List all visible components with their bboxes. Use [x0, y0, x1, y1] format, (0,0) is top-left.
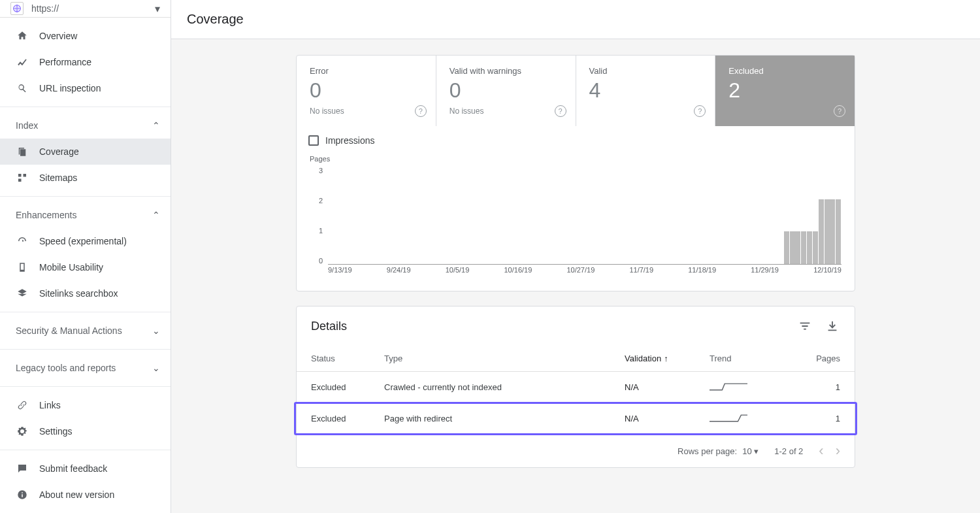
next-page-button[interactable]: ›	[836, 444, 840, 458]
speedometer-icon	[16, 235, 29, 248]
table-footer: Rows per page: 10 ▾ 1-2 of 2 ‹ ›	[297, 435, 855, 467]
sidebar-item-coverage[interactable]: Coverage	[0, 139, 171, 165]
sitemap-icon	[16, 171, 29, 184]
label: URL inspection	[39, 83, 101, 93]
chevron-up-icon: ⌃	[152, 120, 160, 131]
rows-per-page-select[interactable]: 10 ▾	[742, 446, 759, 456]
table-row[interactable]: Excluded Page with redirect N/A 1	[297, 403, 855, 435]
status-tabs: Error 0 No issues ? Valid with warnings …	[297, 56, 855, 126]
layers-icon	[16, 287, 29, 300]
property-selector[interactable]: https:// ▾	[0, 0, 171, 18]
label: Overview	[39, 31, 77, 41]
section-enhancements[interactable]: Enhancements ⌃	[0, 202, 171, 228]
trend-sparkline	[710, 381, 801, 393]
sidebar-item-feedback[interactable]: Submit feedback	[0, 455, 171, 482]
chevron-down-icon: ⌄	[152, 363, 160, 373]
details-title: Details	[311, 320, 785, 333]
page-title: Coverage	[187, 12, 244, 27]
copy-icon	[16, 145, 29, 158]
label: Sitemaps	[39, 173, 77, 183]
impressions-toggle[interactable]: Impressions	[297, 126, 855, 155]
sort-validation[interactable]: Validation↑	[625, 354, 710, 363]
prev-page-button[interactable]: ‹	[819, 444, 823, 458]
chevron-down-icon: ⌄	[152, 325, 160, 336]
sidebar-item-sitemaps[interactable]: Sitemaps	[0, 165, 171, 191]
sidebar-item-performance[interactable]: Performance	[0, 49, 171, 75]
status-tab-valid[interactable]: Valid 4 ?	[576, 56, 716, 126]
section-legacy[interactable]: Legacy tools and reports ⌄	[0, 355, 171, 381]
sidebar-item-overview[interactable]: Overview	[0, 23, 171, 49]
label: Sitelinks searchbox	[39, 288, 118, 299]
globe-icon	[10, 2, 24, 15]
table-header: Status Type Validation↑ Trend Pages	[297, 346, 855, 372]
sidebar: https:// ▾ Overview Performance URL insp…	[0, 0, 171, 513]
trend-icon	[16, 56, 29, 69]
info-icon	[16, 488, 29, 501]
label: Performance	[39, 57, 91, 67]
page-range: 1-2 of 2	[774, 446, 803, 456]
mobile-icon	[16, 261, 29, 274]
search-icon	[16, 82, 29, 95]
gear-icon	[16, 425, 29, 438]
caret-down-icon: ▾	[155, 3, 160, 15]
label: Settings	[39, 426, 73, 437]
status-tab-warnings[interactable]: Valid with warnings 0 No issues ?	[436, 56, 576, 126]
label: About new version	[39, 489, 114, 500]
chart: Pages 3 2 1 0 9/13/19 9/2	[297, 155, 855, 291]
coverage-card: Error 0 No issues ? Valid with warnings …	[296, 55, 855, 291]
link-icon	[16, 399, 29, 412]
label: Links	[39, 400, 61, 410]
home-icon	[16, 29, 29, 42]
sidebar-item-speed[interactable]: Speed (experimental)	[0, 228, 171, 254]
details-card: Details Status Type Validation↑ Trend Pa…	[296, 306, 855, 468]
chevron-up-icon: ⌃	[152, 210, 160, 220]
arrow-up-icon: ↑	[664, 354, 668, 363]
label: Submit feedback	[39, 463, 107, 474]
download-icon[interactable]	[825, 318, 840, 334]
page-header: Coverage	[171, 0, 980, 39]
help-icon[interactable]: ?	[555, 105, 566, 117]
sidebar-item-about[interactable]: About new version	[0, 482, 171, 508]
sidebar-item-links[interactable]: Links	[0, 392, 171, 418]
x-axis: 9/13/19 9/24/19 10/5/19 10/16/19 10/27/1…	[328, 266, 841, 278]
filter-icon[interactable]	[797, 318, 813, 334]
help-icon[interactable]: ?	[694, 105, 706, 117]
feedback-icon	[16, 462, 29, 475]
section-index[interactable]: Index ⌃	[0, 112, 171, 139]
label: Speed (experimental)	[39, 236, 127, 246]
status-tab-excluded[interactable]: Excluded 2 ?	[715, 56, 855, 126]
y-axis: 3 2 1 0	[310, 167, 323, 265]
sidebar-item-settings[interactable]: Settings	[0, 418, 171, 444]
sidebar-item-url-inspection[interactable]: URL inspection	[0, 75, 171, 101]
trend-sparkline	[710, 412, 801, 425]
checkbox-icon[interactable]	[308, 135, 319, 146]
table-row[interactable]: Excluded Crawled - currently not indexed…	[297, 372, 855, 403]
sidebar-item-sitelinks[interactable]: Sitelinks searchbox	[0, 280, 171, 306]
property-url: https://	[31, 3, 155, 14]
status-tab-error[interactable]: Error 0 No issues ?	[297, 56, 436, 126]
label: Coverage	[39, 146, 79, 157]
help-icon[interactable]: ?	[834, 105, 845, 117]
help-icon[interactable]: ?	[415, 105, 427, 117]
sidebar-item-mobile-usability[interactable]: Mobile Usability	[0, 254, 171, 280]
label: Mobile Usability	[39, 262, 103, 273]
section-security[interactable]: Security & Manual Actions ⌄	[0, 318, 171, 344]
